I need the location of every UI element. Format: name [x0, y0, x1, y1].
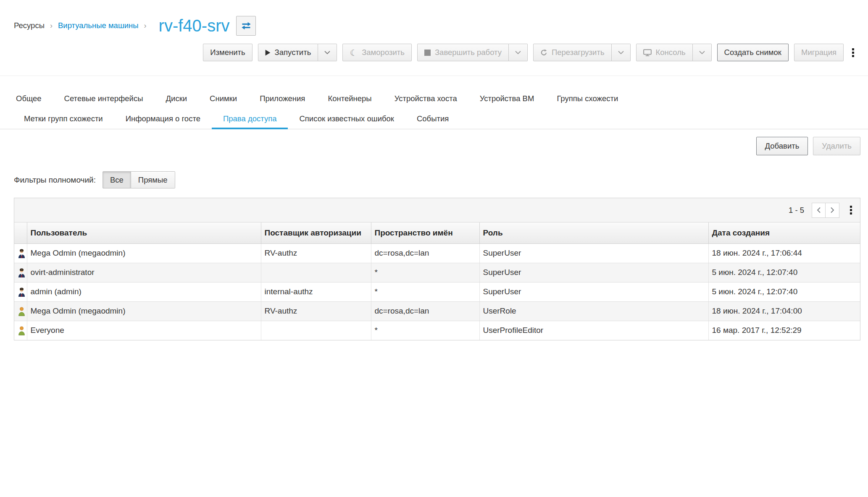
- role-cell: UserProfileEditor: [479, 321, 708, 340]
- migrate-button[interactable]: Миграция: [794, 44, 844, 61]
- grid-toolbar: 1 - 5: [14, 198, 860, 222]
- console-button-group: Консоль: [636, 44, 712, 61]
- tab-guest-info[interactable]: Информация о госте: [114, 109, 212, 129]
- user-type-icon-cell: [14, 263, 27, 282]
- user-cell: Mega Odmin (megaodmin): [27, 243, 261, 263]
- tab-general[interactable]: Общее: [5, 89, 53, 109]
- created-cell: 5 июн. 2024 г., 12:07:40: [708, 263, 860, 282]
- pager-prev-button[interactable]: [812, 203, 826, 218]
- created-cell: 18 июн. 2024 г., 17:04:00: [708, 301, 860, 321]
- reboot-button-group: Перезагрузить: [533, 44, 631, 61]
- remove-button[interactable]: Удалить: [813, 137, 860, 155]
- table-row[interactable]: ovirt-administrator * SuperUser 5 июн. 2…: [14, 263, 860, 282]
- filter-all-button[interactable]: Все: [103, 171, 131, 188]
- console-label: Консоль: [656, 48, 686, 57]
- user-type-icon-cell: [14, 321, 27, 340]
- table-row[interactable]: Mega Odmin (megaodmin) RV-authz dc=rosa,…: [14, 243, 860, 263]
- play-icon: [265, 50, 271, 56]
- pagination-range: 1 - 5: [789, 206, 804, 215]
- tab-vm-devices[interactable]: Устройства ВМ: [468, 89, 546, 109]
- table-row[interactable]: Everyone * UserProfileEditor 16 мар. 201…: [14, 321, 860, 340]
- column-header-provider[interactable]: Поставщик авторизации: [261, 222, 371, 243]
- column-header-namespace[interactable]: Пространство имён: [371, 222, 479, 243]
- kebab-icon: [852, 48, 854, 50]
- moon-icon: ☾: [350, 48, 358, 57]
- table-row[interactable]: admin (admin) internal-authz * SuperUser…: [14, 282, 860, 301]
- add-button[interactable]: Добавить: [756, 137, 808, 155]
- tab-applications[interactable]: Приложения: [248, 89, 316, 109]
- remove-label: Удалить: [822, 141, 852, 151]
- permission-filter-row: Фильтры полномочий: Все Прямые: [14, 171, 860, 188]
- reboot-dropdown-button[interactable]: [612, 44, 631, 61]
- breadcrumb-item-resources[interactable]: Ресурсы: [14, 21, 45, 30]
- filter-label: Фильтры полномочий:: [14, 175, 96, 185]
- reboot-button[interactable]: Перезагрузить: [533, 44, 612, 61]
- filter-direct-button[interactable]: Прямые: [131, 171, 175, 188]
- provider-cell: internal-authz: [261, 282, 371, 301]
- tab-host-devices[interactable]: Устройства хоста: [383, 89, 468, 109]
- table-header: Пользователь Поставщик авторизации Прост…: [14, 222, 860, 243]
- edit-button[interactable]: Изменить: [203, 44, 252, 61]
- swap-view-button[interactable]: [236, 16, 256, 36]
- tab-affinity-labels[interactable]: Метки групп схожести: [13, 109, 114, 129]
- tab-containers[interactable]: Контейнеры: [316, 89, 383, 109]
- add-label: Добавить: [765, 141, 800, 151]
- table-row[interactable]: Mega Odmin (megaodmin) RV-authz dc=rosa,…: [14, 301, 860, 321]
- column-header-icon: [14, 222, 27, 243]
- filter-direct-label: Прямые: [138, 175, 168, 185]
- toolbar-kebab-button[interactable]: [849, 45, 857, 60]
- page-header: Ресурсы › Виртуальные машины › rv-f40-sr…: [0, 0, 868, 76]
- provider-cell: [261, 321, 371, 340]
- run-button[interactable]: Запустить: [258, 44, 318, 61]
- shutdown-button-group: Завершить работу: [417, 44, 528, 61]
- user-icon: [18, 306, 26, 316]
- vm-detail-page: Ресурсы › Виртуальные машины › rv-f40-sr…: [0, 0, 868, 497]
- pager: [812, 203, 839, 218]
- table-body: Mega Odmin (megaodmin) RV-authz dc=rosa,…: [14, 243, 860, 340]
- console-dropdown-button[interactable]: [693, 44, 712, 61]
- tabs-row-1: Общее Сетевые интерфейсы Диски Снимки Пр…: [0, 89, 868, 109]
- run-dropdown-button[interactable]: [318, 44, 337, 61]
- vm-detail-tabs: Общее Сетевые интерфейсы Диски Снимки Пр…: [0, 76, 868, 129]
- column-header-user[interactable]: Пользователь: [27, 222, 261, 243]
- role-cell: SuperUser: [479, 243, 708, 263]
- role-cell: UserRole: [479, 301, 708, 321]
- namespace-cell: dc=rosa,dc=lan: [371, 243, 479, 263]
- shutdown-button[interactable]: Завершить работу: [417, 44, 509, 61]
- tab-permissions[interactable]: Права доступа: [212, 109, 288, 129]
- grid-kebab-button[interactable]: [847, 202, 855, 218]
- page-title: rv-f40-srv: [159, 17, 230, 34]
- pager-next-button[interactable]: [826, 203, 839, 218]
- tab-snapshots[interactable]: Снимки: [198, 89, 248, 109]
- swap-arrows-icon: [241, 22, 251, 30]
- column-header-created[interactable]: Дата создания: [708, 222, 860, 243]
- vm-action-toolbar: Изменить Запустить ☾ Заморозить: [0, 38, 868, 76]
- user-type-icon-cell: [14, 282, 27, 301]
- user-type-icon-cell: [14, 243, 27, 263]
- run-label: Запустить: [275, 48, 311, 57]
- create-snapshot-button[interactable]: Создать снимок: [717, 44, 789, 61]
- created-cell: 18 июн. 2024 г., 17:06:44: [708, 243, 860, 263]
- column-header-role[interactable]: Роль: [479, 222, 708, 243]
- breadcrumb: Ресурсы › Виртуальные машины › rv-f40-sr…: [0, 13, 868, 38]
- tab-disks[interactable]: Диски: [155, 89, 199, 109]
- tab-affinity-groups[interactable]: Группы схожести: [545, 89, 629, 109]
- monitor-icon: [643, 49, 652, 56]
- user-cell: Everyone: [27, 321, 261, 340]
- suspend-button[interactable]: ☾ Заморозить: [342, 44, 412, 61]
- breadcrumb-item-virtual-machines[interactable]: Виртуальные машины: [58, 21, 139, 30]
- tab-network-interfaces[interactable]: Сетевые интерфейсы: [53, 89, 155, 109]
- permission-filter-toggle: Все Прямые: [103, 171, 175, 188]
- user-cell: Mega Odmin (megaodmin): [27, 301, 261, 321]
- tab-errata[interactable]: Список известных ошибок: [288, 109, 405, 129]
- chevron-right-icon: ›: [144, 21, 147, 30]
- chevron-left-icon: [817, 207, 821, 213]
- tab-events[interactable]: События: [405, 109, 460, 129]
- create-snapshot-label: Создать снимок: [724, 48, 781, 57]
- provider-cell: RV-authz: [261, 301, 371, 321]
- stop-icon: [424, 50, 431, 56]
- created-cell: 16 мар. 2017 г., 12:52:29: [708, 321, 860, 340]
- console-button[interactable]: Консоль: [636, 44, 693, 61]
- shutdown-dropdown-button[interactable]: [509, 44, 528, 61]
- admin-user-icon: [18, 248, 26, 258]
